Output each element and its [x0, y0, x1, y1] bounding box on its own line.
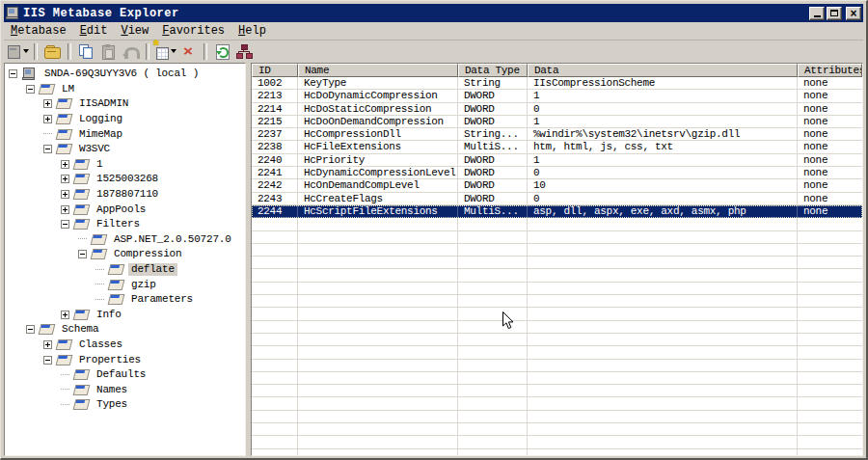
empty-row[interactable] — [252, 411, 862, 423]
cell-name: HcDoDynamicCompression — [298, 90, 458, 102]
empty-row[interactable] — [252, 372, 862, 385]
column-header-name[interactable]: Name — [298, 64, 458, 77]
tree-node-lm[interactable]: LM — [5, 82, 245, 97]
tree-node-compression[interactable]: Compression — [5, 247, 245, 262]
undo-button[interactable] — [120, 41, 141, 61]
cell-name — [298, 372, 458, 385]
new-key-button[interactable]: * — [153, 41, 176, 61]
close-button[interactable]: × — [846, 7, 861, 20]
empty-row[interactable] — [252, 308, 862, 320]
hierarchy-view-button[interactable] — [233, 41, 255, 61]
property-row-2241[interactable]: 2241HcDynamicCompressionLevelDWORD0none — [252, 167, 862, 179]
cell-data_type: DWORD — [458, 154, 528, 167]
expand-icon[interactable] — [61, 160, 69, 169]
tree-node-mimemap[interactable]: MimeMap — [5, 126, 245, 142]
collapse-icon[interactable] — [43, 145, 52, 153]
empty-row[interactable] — [252, 283, 862, 295]
save-button[interactable] — [41, 41, 63, 61]
column-header-data[interactable]: Data — [528, 64, 798, 77]
empty-row[interactable] — [252, 321, 862, 334]
empty-row[interactable] — [252, 385, 862, 397]
refresh-button[interactable] — [211, 41, 232, 61]
property-row-2242[interactable]: 2242HcOnDemandCompLevelDWORD10none — [252, 179, 862, 192]
tree-node-classes[interactable]: Classes — [5, 338, 245, 353]
tree-node-w3svc[interactable]: W3SVC — [5, 142, 245, 157]
tree-node-parameters[interactable]: Parameters — [5, 292, 245, 308]
collapse-icon[interactable] — [61, 220, 69, 229]
collapse-icon[interactable] — [9, 69, 17, 78]
empty-row[interactable] — [252, 423, 862, 436]
delete-button[interactable]: × — [177, 41, 199, 61]
tree-node-asp-net-2-0-50727-0[interactable]: ASP.NET_2.0.50727.0 — [5, 232, 245, 248]
property-row-2244[interactable]: 2244HcScriptFileExtensionsMultiS...asp, … — [252, 205, 862, 218]
connect-server-button[interactable] — [8, 41, 29, 61]
property-row-1002[interactable]: 1002KeyTypeStringIIsCompressionSchemenon… — [252, 77, 862, 90]
properties-list-pane[interactable]: IDNameData TypeDataAttributes 1002KeyTyp… — [251, 63, 863, 456]
empty-row[interactable] — [252, 346, 862, 359]
empty-row[interactable] — [252, 257, 862, 269]
property-row-2213[interactable]: 2213HcDoDynamicCompressionDWORD1none — [252, 90, 862, 102]
expand-icon[interactable] — [43, 340, 52, 349]
expand-icon[interactable] — [43, 115, 52, 123]
empty-row[interactable] — [252, 269, 862, 282]
empty-row[interactable] — [252, 360, 862, 372]
expand-icon[interactable] — [61, 311, 69, 319]
tree-node-defaults[interactable]: Defaults — [5, 367, 245, 383]
copy-button[interactable] — [75, 41, 96, 61]
title-bar[interactable]: IIS Metabase Explorer × — [4, 4, 863, 22]
tree-node-schema[interactable]: Schema — [5, 322, 245, 338]
empty-row[interactable] — [252, 244, 862, 257]
expand-icon[interactable] — [61, 190, 69, 199]
tree-node-gzip[interactable]: gzip — [5, 277, 245, 292]
property-row-2238[interactable]: 2238HcFileExtensionsMultiS...htm, html, … — [252, 141, 862, 153]
collapse-icon[interactable] — [78, 250, 87, 258]
tree-node-filters[interactable]: Filters — [5, 217, 245, 232]
tree-node-properties[interactable]: Properties — [5, 352, 245, 367]
expand-icon[interactable] — [61, 175, 69, 183]
expand-icon[interactable] — [61, 205, 69, 214]
tree-node-deflate[interactable]: deflate — [5, 262, 245, 278]
property-row-2215[interactable]: 2215HcDoOnDemandCompressionDWORD1none — [252, 116, 862, 128]
metabase-tree-pane[interactable]: SNDA-69Q3UYY3V6 ( local )LMIISADMINLoggi… — [4, 63, 246, 456]
empty-row[interactable] — [252, 295, 862, 308]
chevron-down-icon[interactable] — [171, 49, 176, 53]
collapse-icon[interactable] — [26, 325, 35, 334]
property-row-2214[interactable]: 2214HcDoStaticCompressionDWORD0none — [252, 103, 862, 116]
tree-node-logging[interactable]: Logging — [5, 112, 245, 127]
menu-item-view[interactable]: View — [114, 23, 155, 39]
tree-node-types[interactable]: Types — [5, 397, 245, 413]
tree-node-snda-69q3uyy3v6-local-[interactable]: SNDA-69Q3UYY3V6 ( local ) — [5, 67, 245, 82]
tree-node-names[interactable]: Names — [5, 382, 245, 397]
paste-button[interactable] — [97, 41, 119, 61]
tree-node-iisadmin[interactable]: IISADMIN — [5, 96, 245, 112]
empty-row[interactable] — [252, 218, 862, 230]
chevron-down-icon[interactable] — [23, 49, 29, 53]
tree-node-info[interactable]: Info — [5, 308, 245, 323]
tree-node-apppools[interactable]: AppPools — [5, 202, 245, 217]
empty-row[interactable] — [252, 397, 862, 410]
collapse-icon[interactable] — [43, 356, 52, 365]
empty-row[interactable] — [252, 436, 862, 448]
empty-row[interactable] — [252, 449, 862, 455]
column-header-attributes[interactable]: Attributes — [798, 64, 862, 77]
column-header-id[interactable]: ID — [252, 64, 298, 77]
tree-connector — [95, 269, 104, 271]
minimize-button[interactable] — [809, 7, 825, 20]
tree-node-1[interactable]: 1 — [5, 157, 245, 173]
menu-item-edit[interactable]: Edit — [73, 23, 115, 39]
property-row-2240[interactable]: 2240HcPriorityDWORD1none — [252, 154, 862, 167]
collapse-icon[interactable] — [26, 85, 35, 94]
paste-icon — [102, 44, 115, 59]
property-row-2237[interactable]: 2237HcCompressionDllString...%windir%\sy… — [252, 128, 862, 141]
menu-item-help[interactable]: Help — [231, 23, 273, 39]
maximize-button[interactable] — [827, 7, 842, 20]
property-row-2243[interactable]: 2243HcCreateFlagsDWORD0none — [252, 193, 862, 205]
menu-item-favorites[interactable]: Favorites — [155, 23, 231, 39]
menu-item-metabase[interactable]: Metabase — [4, 23, 73, 39]
empty-row[interactable] — [252, 231, 862, 244]
column-header-data-type[interactable]: Data Type — [458, 64, 528, 77]
tree-node-1878807110[interactable]: 1878807110 — [5, 187, 245, 203]
empty-row[interactable] — [252, 334, 862, 346]
expand-icon[interactable] — [43, 99, 52, 108]
tree-node-1525003268[interactable]: 1525003268 — [5, 172, 245, 187]
